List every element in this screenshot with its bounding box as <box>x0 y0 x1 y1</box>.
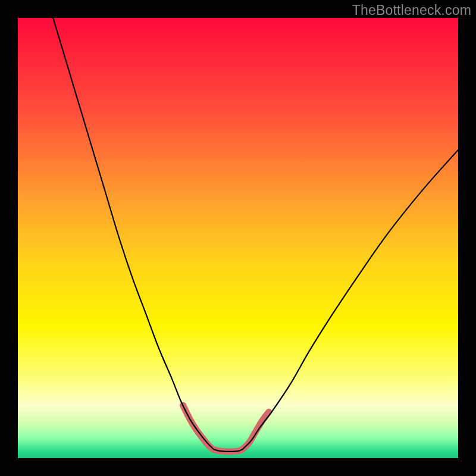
gradient-background <box>18 18 458 458</box>
chart-svg <box>18 18 458 458</box>
plot-area <box>18 18 458 458</box>
chart-frame: TheBottleneck.com <box>0 0 476 476</box>
watermark-text: TheBottleneck.com <box>352 2 471 18</box>
